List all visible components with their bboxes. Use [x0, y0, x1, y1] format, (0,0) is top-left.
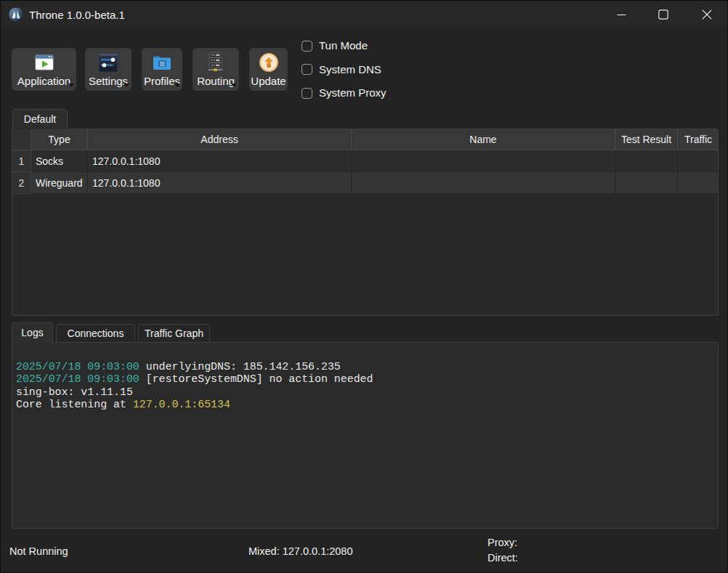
- application-window-icon: [33, 51, 56, 74]
- row-2-traffic[interactable]: [678, 172, 719, 194]
- close-button[interactable]: [690, 1, 724, 28]
- status-proxy-label: Proxy:: [488, 535, 518, 550]
- routing-servers-icon: [204, 51, 227, 74]
- app-window: Throne 1.0.0-beta.1 Applic: [0, 0, 728, 573]
- window-title: Throne 1.0.0-beta.1: [29, 1, 125, 28]
- profiles-menu-indicator-icon: [174, 84, 180, 87]
- row-2-name[interactable]: [352, 172, 615, 194]
- system-dns-checkbox-row: System DNS: [302, 64, 381, 76]
- settings-button[interactable]: Settings: [85, 48, 132, 91]
- row-1-number[interactable]: 1: [12, 150, 31, 172]
- row-1-traffic[interactable]: [678, 150, 719, 172]
- column-header-test-result[interactable]: Test Result: [615, 129, 678, 150]
- application-button[interactable]: Application: [12, 48, 76, 91]
- status-direct-label: Direct:: [488, 550, 518, 566]
- log-line: 2025/07/18 09:03:00 underlyingDNS: 185.1…: [16, 361, 373, 373]
- column-header-address[interactable]: Address: [88, 129, 352, 150]
- log-line: sing-box: v1.11.15: [16, 386, 373, 399]
- system-proxy-checkbox-row: System Proxy: [302, 87, 387, 99]
- column-header-name[interactable]: Name: [352, 129, 615, 150]
- tun-mode-checkbox-row: Tun Mode: [302, 40, 368, 52]
- log-line: Core listening at 127.0.0.1:65134: [16, 399, 373, 411]
- row-1-address[interactable]: 127.0.0.1:1080: [88, 150, 352, 172]
- maximize-button[interactable]: [647, 1, 680, 28]
- titlebar: Throne 1.0.0-beta.1: [1, 1, 727, 28]
- routing-button[interactable]: Routing: [193, 48, 239, 91]
- app-logo-icon: [9, 7, 23, 22]
- update-button-label: Update: [249, 75, 288, 87]
- tun-mode-checkbox[interactable]: [302, 41, 312, 52]
- maximize-icon: [658, 9, 668, 20]
- routing-menu-indicator-icon: [231, 84, 237, 87]
- settings-menu-indicator-icon: [124, 84, 129, 87]
- status-outbound-traffic: Proxy: Direct:: [488, 535, 518, 566]
- proxy-table: Type Address Name Test Result Traffic 1 …: [12, 129, 719, 194]
- row-2-type[interactable]: Wireguard: [31, 172, 88, 194]
- tun-mode-label: Tun Mode: [319, 40, 368, 52]
- application-button-label: Application: [12, 75, 76, 87]
- log-pane[interactable]: 2025/07/18 09:03:00 underlyingDNS: 185.1…: [12, 342, 719, 529]
- column-header-type[interactable]: Type: [31, 129, 88, 150]
- row-2-address[interactable]: 127.0.0.1:1080: [88, 172, 352, 194]
- update-arrow-icon: [257, 51, 280, 74]
- log-text: 2025/07/18 09:03:00 underlyingDNS: 185.1…: [16, 361, 373, 411]
- log-line: 2025/07/18 09:03:00 [restoreSystemDNS] n…: [16, 373, 373, 386]
- system-proxy-label: System Proxy: [319, 87, 387, 99]
- system-dns-label: System DNS: [319, 64, 381, 76]
- tab-default[interactable]: Default: [12, 109, 68, 129]
- proxy-table-pane: Type Address Name Test Result Traffic 1 …: [12, 129, 719, 316]
- profiles-folder-icon: [150, 51, 174, 74]
- profiles-button[interactable]: Profiles: [142, 48, 182, 91]
- system-dns-checkbox[interactable]: [302, 64, 312, 75]
- tab-traffic-graph[interactable]: Traffic Graph: [138, 324, 210, 342]
- tab-logs[interactable]: Logs: [12, 322, 53, 343]
- table-corner-header[interactable]: [12, 129, 31, 150]
- close-icon: [702, 9, 712, 20]
- minimize-icon: [617, 10, 626, 20]
- row-2-number[interactable]: 2: [12, 172, 31, 194]
- minimize-button[interactable]: [604, 1, 638, 28]
- update-button[interactable]: Update: [249, 48, 288, 91]
- settings-sliders-icon: [97, 51, 120, 74]
- application-menu-indicator-icon: [68, 84, 74, 87]
- column-header-traffic[interactable]: Traffic: [678, 129, 719, 150]
- status-running-state: Not Running: [9, 545, 68, 557]
- status-mixed-listen: Mixed: 127.0.0.1:2080: [248, 545, 353, 557]
- row-1-name[interactable]: [352, 150, 615, 172]
- tab-connections[interactable]: Connections: [56, 324, 135, 342]
- system-proxy-checkbox[interactable]: [302, 88, 312, 99]
- row-2-test-result[interactable]: [615, 172, 678, 194]
- row-1-test-result[interactable]: [615, 150, 678, 172]
- row-1-type[interactable]: Socks: [31, 150, 88, 172]
